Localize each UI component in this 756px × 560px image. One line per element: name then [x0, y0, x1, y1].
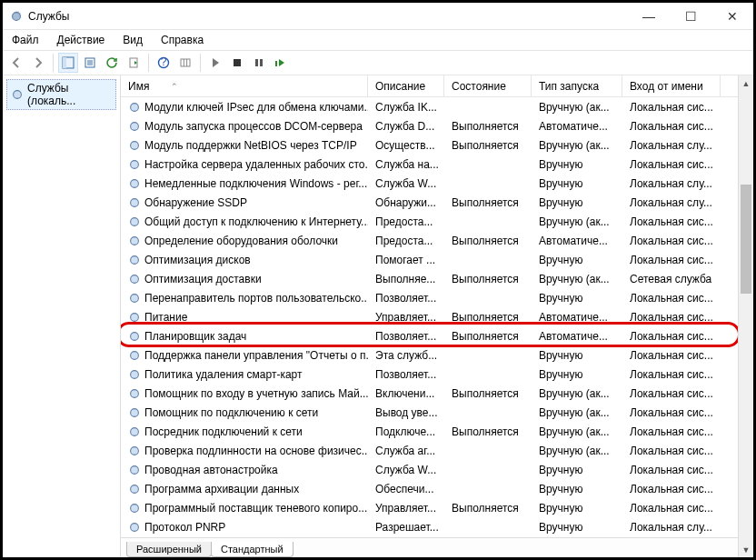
cell-desc: Управляет... — [368, 502, 444, 515]
service-row[interactable]: Общий доступ к подключению к Интернету..… — [121, 212, 753, 231]
back-button[interactable] — [6, 53, 26, 73]
scroll-up-icon[interactable]: ▲ — [739, 75, 753, 91]
gear-icon — [128, 445, 141, 457]
svg-point-27 — [131, 275, 139, 283]
service-row[interactable]: Политика удаления смарт-картПозволяет...… — [121, 365, 753, 384]
cell-name: Политика удаления смарт-карт — [121, 368, 368, 381]
menu-help[interactable]: Справка — [157, 32, 207, 48]
gear-icon — [128, 158, 141, 171]
properties-button[interactable] — [80, 53, 100, 73]
maximize-button[interactable]: ☐ — [670, 3, 711, 29]
pause-service-button[interactable] — [249, 53, 269, 73]
menu-view[interactable]: Вид — [119, 32, 146, 48]
svg-point-26 — [131, 255, 139, 264]
cell-state: Выполняется — [444, 235, 532, 247]
gear-icon — [128, 387, 141, 400]
cell-state: Выполняется — [444, 273, 532, 285]
cell-name: Модули ключей IPsec для обмена ключами..… — [121, 101, 368, 114]
service-row[interactable]: Проверка подлинности на основе физичес..… — [121, 441, 753, 460]
cell-logon: Локальная сис... — [622, 215, 721, 228]
restart-service-button[interactable] — [271, 53, 291, 73]
service-row[interactable]: Проводная автонастройкаСлужба W...Вручну… — [121, 460, 753, 479]
cell-name: Модуль поддержки NetBIOS через TCP/IP — [121, 139, 368, 152]
column-settings-button[interactable] — [175, 53, 195, 73]
cell-desc: Управляет... — [368, 311, 444, 324]
gear-icon — [128, 292, 141, 305]
service-row[interactable]: Программный поставщик теневого копиро...… — [121, 498, 753, 517]
service-row[interactable]: ПитаниеУправляет...ВыполняетсяАвтоматиче… — [121, 307, 753, 326]
service-list[interactable]: Модули ключей IPsec для обмена ключами..… — [121, 97, 753, 537]
scroll-down-icon[interactable]: ▼ — [739, 542, 753, 557]
cell-logon: Локальная сис... — [622, 101, 721, 114]
cell-startup: Вручную (ак... — [532, 387, 622, 400]
service-row[interactable]: Посредник подключений к сетиПодключе...В… — [121, 422, 753, 441]
tab-standard[interactable]: Стандартный — [211, 542, 293, 557]
scrollbar[interactable]: ▲ ▼ — [738, 75, 753, 557]
service-row[interactable]: Модуль запуска процессов DCOM-сервераСлу… — [121, 116, 753, 135]
svg-point-23 — [131, 198, 139, 206]
refresh-button[interactable] — [102, 53, 122, 73]
show-hide-tree-button[interactable] — [58, 53, 78, 73]
cell-name: Помощник по подключению к сети — [121, 406, 368, 419]
service-row[interactable]: Оптимизация доставкиВыполняе...Выполняет… — [121, 269, 753, 288]
toolbar-sep — [148, 54, 149, 72]
svg-point-25 — [131, 236, 139, 245]
forward-button[interactable] — [28, 53, 48, 73]
stop-service-button[interactable] — [227, 53, 247, 73]
menu-action[interactable]: Действие — [54, 32, 109, 48]
service-row[interactable]: Модуль поддержки NetBIOS через TCP/IPОсу… — [121, 135, 753, 155]
cell-name: Обнаружение SSDP — [121, 196, 368, 209]
menu-file[interactable]: Файл — [8, 32, 43, 48]
service-row[interactable]: Настройка сервера удаленных рабочих сто.… — [121, 155, 753, 174]
start-service-button[interactable] — [205, 53, 225, 73]
cell-startup: Вручную — [532, 158, 622, 171]
svg-point-18 — [131, 103, 139, 111]
toolbar-sep — [200, 54, 201, 72]
cell-desc: Служба D... — [368, 120, 444, 133]
gear-icon — [128, 177, 141, 190]
cell-name: Проверка подлинности на основе физичес..… — [121, 445, 368, 457]
service-row[interactable]: Модули ключей IPsec для обмена ключами..… — [121, 97, 753, 116]
cell-state: Выполняется — [444, 120, 532, 133]
gear-icon — [128, 273, 141, 285]
service-row[interactable]: Немедленные подключения Windows - рег...… — [121, 174, 753, 193]
service-row[interactable]: Помощник по подключению к сетиВывод уве.… — [121, 403, 753, 422]
minimize-button[interactable]: — — [628, 3, 670, 29]
col-state[interactable]: Состояние — [444, 75, 532, 96]
window-title: Службы — [28, 10, 628, 23]
titlebar: Службы — ☐ ✕ — [3, 3, 753, 30]
col-name[interactable]: Имя⌃ — [121, 75, 368, 96]
menubar: Файл Действие Вид Справка — [3, 30, 753, 50]
service-row[interactable]: Определение оборудования оболочкиПредост… — [121, 231, 753, 250]
export-button[interactable] — [124, 53, 144, 73]
col-logon[interactable]: Вход от имени — [622, 75, 721, 96]
col-startup[interactable]: Тип запуска — [532, 75, 622, 96]
service-row[interactable]: Планировщик задачПозволяет...Выполняется… — [121, 326, 753, 345]
scroll-thumb[interactable] — [741, 185, 751, 294]
close-button[interactable]: ✕ — [711, 3, 753, 29]
service-row[interactable]: Протокол PNRPРазрешает...ВручнуюЛокальна… — [121, 517, 753, 536]
svg-point-30 — [131, 332, 139, 340]
gear-icon — [128, 406, 141, 419]
service-row[interactable]: Поддержка панели управления "Отчеты о п.… — [121, 345, 753, 365]
tree-services-local[interactable]: Службы (локаль... — [6, 79, 116, 110]
gear-icon — [128, 464, 141, 476]
gear-icon — [128, 425, 141, 438]
help-button[interactable]: ? — [154, 53, 174, 73]
service-row[interactable]: Программа архивации данныхОбеспечи...Вру… — [121, 479, 753, 498]
col-description[interactable]: Описание — [368, 75, 444, 96]
gear-icon — [128, 139, 141, 152]
cell-logon: Локальная сис... — [622, 483, 721, 495]
service-row[interactable]: Перенаправитель портов пользовательско..… — [121, 288, 753, 307]
cell-startup: Вручную (ак... — [532, 445, 622, 457]
service-row[interactable]: Оптимизация дисковПомогает ...ВручнуюЛок… — [121, 250, 753, 269]
service-row[interactable]: Обнаружение SSDPОбнаружи...ВыполняетсяВр… — [121, 193, 753, 212]
cell-name: Протокол PNRP — [121, 521, 368, 534]
tab-extended[interactable]: Расширенный — [126, 542, 212, 557]
service-row[interactable]: Помощник по входу в учетную запись Май..… — [121, 384, 753, 403]
cell-desc: Служба W... — [368, 177, 444, 190]
cell-startup: Вручную — [532, 177, 622, 190]
cell-desc: Помогает ... — [368, 254, 444, 266]
cell-startup: Автоматиче... — [532, 330, 622, 343]
gear-icon — [128, 502, 141, 515]
